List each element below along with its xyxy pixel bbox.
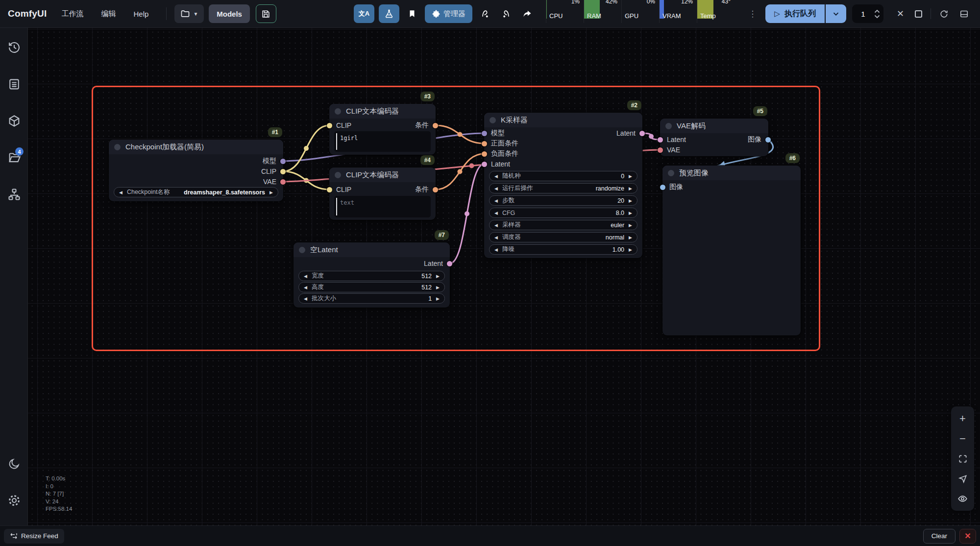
collapse-dot[interactable] <box>490 117 496 123</box>
manager-button[interactable]: 管理器 <box>425 4 472 23</box>
widget-increment-icon[interactable]: ▶ <box>436 274 440 279</box>
widget-increment-icon[interactable]: ▶ <box>629 186 632 191</box>
theme-toggle-button[interactable] <box>0 445 28 482</box>
widget-increment-icon[interactable]: ▶ <box>629 247 632 252</box>
widget-decrement-icon[interactable]: ◀ <box>304 296 307 301</box>
output-dot[interactable] <box>280 179 286 185</box>
node-title-bar[interactable]: VAE解码 <box>660 119 768 133</box>
node-checkpoint-loader[interactable]: #1Checkpoint加载器(简易)模型CLIPVAE◀Checkpoint名… <box>109 140 283 201</box>
widget-increment-icon[interactable]: ▶ <box>629 235 632 240</box>
widget-高度[interactable]: ◀高度512▶ <box>298 282 445 292</box>
output-dot[interactable] <box>639 131 645 136</box>
node-ksampler[interactable]: #2K采样器模型正面条件负面条件LatentLatent◀随机种0▶◀运行后操作… <box>484 113 642 258</box>
output-dot[interactable] <box>447 261 452 266</box>
collapse-dot[interactable] <box>668 170 674 176</box>
node-title-bar[interactable]: K采样器 <box>484 113 642 127</box>
hook-icon-a-button[interactable] <box>477 4 493 23</box>
models-button[interactable]: Models <box>209 4 250 23</box>
widget-increment-icon[interactable]: ▶ <box>629 211 632 215</box>
widget-increment-icon[interactable]: ▶ <box>436 285 440 290</box>
input-dot[interactable] <box>482 141 487 146</box>
widget-decrement-icon[interactable]: ◀ <box>304 274 307 279</box>
widget-步数[interactable]: ◀步数20▶ <box>489 195 637 206</box>
widget-随机种[interactable]: ◀随机种0▶ <box>489 171 637 181</box>
widget-批次大小[interactable]: ◀批次大小1▶ <box>298 293 445 304</box>
prompt-textarea[interactable]: text <box>334 196 431 217</box>
output-dot[interactable] <box>433 187 438 192</box>
input-dot[interactable] <box>327 187 332 192</box>
input-dot[interactable] <box>482 131 487 136</box>
resize-feed-button[interactable]: Resize Feed <box>4 529 64 544</box>
settings-button[interactable] <box>0 482 28 519</box>
collapse-dot[interactable] <box>299 247 305 253</box>
widget-降噪[interactable]: ◀降噪1.00▶ <box>489 244 637 255</box>
close-feed-button[interactable]: ✕ <box>959 529 976 544</box>
node-vae-decode[interactable]: #5VAE解码LatentVAE图像 <box>660 119 768 156</box>
widget-CFG[interactable]: ◀CFG8.0▶ <box>489 208 637 218</box>
hook-icon-b-button[interactable] <box>498 4 514 23</box>
sidebar-item-node-library[interactable] <box>0 176 28 213</box>
stop-button[interactable] <box>915 10 922 18</box>
widget-decrement-icon[interactable]: ◀ <box>119 190 122 195</box>
input-dot[interactable] <box>327 123 332 128</box>
batch-count-stepper[interactable] <box>874 10 880 18</box>
beta-menu-button[interactable] <box>379 4 399 23</box>
select-mode-button[interactable] <box>951 469 974 489</box>
save-workflow-button[interactable] <box>256 4 276 23</box>
menu-edit[interactable]: 编辑 <box>101 9 116 19</box>
zoom-in-button[interactable]: + <box>951 408 974 428</box>
collapse-dot[interactable] <box>335 172 341 178</box>
interrupt-button[interactable]: ✕ <box>897 8 904 19</box>
translate-button[interactable]: 文A <box>354 4 374 23</box>
sidebar-item-queue[interactable] <box>0 66 28 102</box>
widget-Checkpoint名称[interactable]: ◀Checkpoint名称dreamshaper_8.safetensors▶ <box>114 187 278 197</box>
menu-workflow[interactable]: 工作流 <box>62 9 84 19</box>
widget-调度器[interactable]: ◀调度器normal▶ <box>489 232 637 242</box>
node-title-bar[interactable]: 预览图像 <box>662 166 801 180</box>
collapse-dot[interactable] <box>114 144 121 150</box>
prompt-textarea[interactable]: 1girl <box>334 131 431 152</box>
input-dot[interactable] <box>482 151 487 157</box>
widget-decrement-icon[interactable]: ◀ <box>494 211 498 215</box>
output-dot[interactable] <box>280 169 286 174</box>
toggle-panel-button[interactable] <box>959 9 969 19</box>
widget-decrement-icon[interactable]: ◀ <box>494 223 498 228</box>
node-title-bar[interactable]: Checkpoint加载器(简易) <box>109 140 283 154</box>
widget-decrement-icon[interactable]: ◀ <box>494 198 498 203</box>
widget-运行后操作[interactable]: ◀运行后操作randomize▶ <box>489 183 637 193</box>
output-dot[interactable] <box>433 123 438 128</box>
sidebar-item-history[interactable] <box>0 29 28 66</box>
widget-decrement-icon[interactable]: ◀ <box>494 235 498 240</box>
zoom-out-button[interactable]: − <box>951 428 974 449</box>
batch-count-input[interactable]: 1 <box>852 4 883 23</box>
node-clip-text-encode-negative[interactable]: #4CLIP文本编码器CLIP条件text <box>329 167 436 220</box>
widget-increment-icon[interactable]: ▶ <box>629 223 632 228</box>
widget-increment-icon[interactable]: ▶ <box>629 174 632 179</box>
input-dot[interactable] <box>660 185 665 190</box>
node-title-bar[interactable]: CLIP文本编码器 <box>329 104 436 119</box>
clear-button[interactable]: Clear <box>923 529 956 544</box>
open-workflow-button[interactable]: ▼ <box>174 4 204 23</box>
collapse-dot[interactable] <box>665 123 672 129</box>
widget-increment-icon[interactable]: ▶ <box>629 198 632 203</box>
refresh-button[interactable] <box>939 9 949 19</box>
node-preview-image[interactable]: #6预览图像图像 <box>662 166 801 335</box>
node-empty-latent[interactable]: #7空LatentLatent◀宽度512▶◀高度512▶◀批次大小1▶ <box>294 242 450 308</box>
kebab-menu-icon[interactable]: ⋮ <box>748 9 757 19</box>
node-clip-text-encode-positive[interactable]: #3CLIP文本编码器CLIP条件1girl <box>329 104 436 155</box>
widget-decrement-icon[interactable]: ◀ <box>304 285 307 290</box>
widget-decrement-icon[interactable]: ◀ <box>494 247 498 252</box>
run-queue-options-button[interactable] <box>826 4 846 23</box>
output-dot[interactable] <box>280 159 286 164</box>
input-dot[interactable] <box>658 147 663 153</box>
sidebar-item-model-library[interactable] <box>0 102 28 139</box>
sidebar-item-workflows[interactable]: 4 <box>0 139 28 176</box>
toggle-link-visibility-button[interactable] <box>951 489 974 509</box>
node-title-bar[interactable]: 空Latent <box>294 242 450 257</box>
run-queue-button[interactable]: ▷ 执行队列 <box>765 4 825 23</box>
bookmark-button[interactable] <box>404 4 420 23</box>
widget-decrement-icon[interactable]: ◀ <box>494 186 498 191</box>
widget-increment-icon[interactable]: ▶ <box>270 190 273 195</box>
node-title-bar[interactable]: CLIP文本编码器 <box>329 167 436 182</box>
widget-采样器[interactable]: ◀采样器euler▶ <box>489 220 637 230</box>
